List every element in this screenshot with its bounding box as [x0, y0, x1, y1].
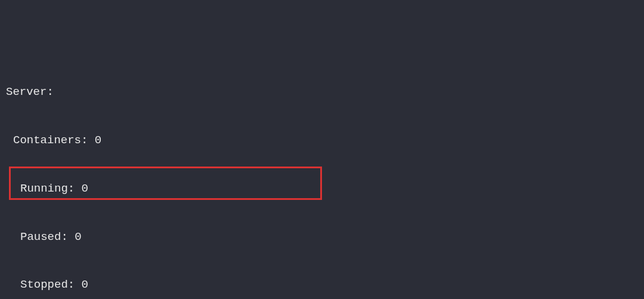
output-line: Paused: 0 — [6, 229, 638, 245]
output-line: Containers: 0 — [6, 132, 638, 149]
output-line: Running: 0 — [6, 181, 638, 197]
terminal-output: Server: Containers: 0 Running: 0 Paused:… — [6, 52, 638, 299]
output-line: Stopped: 0 — [6, 277, 638, 293]
output-line: Server: — [6, 84, 638, 100]
